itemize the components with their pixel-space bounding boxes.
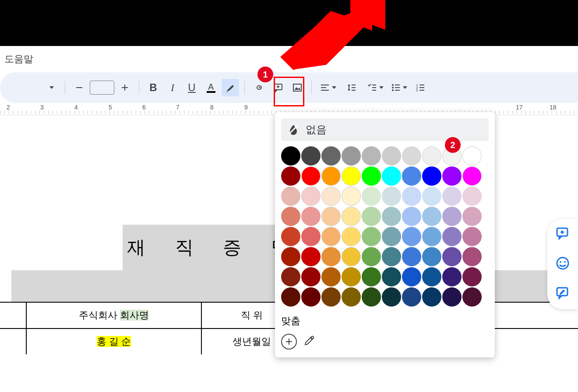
color-swatch[interactable] — [382, 207, 401, 226]
color-swatch[interactable] — [362, 207, 381, 226]
menu-help[interactable]: 도움말 — [4, 53, 33, 66]
color-swatch[interactable] — [281, 227, 300, 246]
add-comment-button[interactable] — [269, 79, 287, 96]
color-swatch[interactable] — [321, 247, 341, 266]
color-swatch[interactable] — [422, 146, 441, 166]
color-swatch[interactable] — [281, 207, 300, 226]
italic-button[interactable]: I — [164, 79, 181, 96]
color-swatch[interactable] — [301, 267, 321, 286]
color-swatch[interactable] — [362, 267, 381, 286]
color-swatch[interactable] — [281, 187, 300, 206]
color-swatch[interactable] — [342, 146, 361, 166]
color-swatch[interactable] — [462, 146, 482, 166]
color-swatch[interactable] — [462, 187, 482, 206]
color-swatch[interactable] — [462, 227, 482, 246]
color-swatch[interactable] — [442, 166, 462, 186]
color-swatch[interactable] — [382, 267, 401, 286]
color-swatch[interactable] — [402, 187, 421, 206]
color-swatch[interactable] — [321, 227, 341, 246]
color-swatch[interactable] — [442, 287, 462, 307]
color-swatch[interactable] — [362, 287, 381, 307]
bold-button[interactable]: B — [144, 79, 162, 96]
color-swatch[interactable] — [301, 287, 321, 307]
highlight-none-option[interactable]: 없음 — [281, 118, 489, 141]
color-swatch[interactable] — [402, 146, 421, 166]
color-swatch[interactable] — [342, 287, 361, 307]
color-swatch[interactable] — [321, 166, 341, 186]
color-swatch[interactable] — [442, 267, 462, 286]
color-swatch[interactable] — [442, 247, 462, 266]
color-swatch[interactable] — [422, 207, 441, 226]
color-swatch[interactable] — [301, 166, 321, 186]
color-swatch[interactable] — [362, 187, 381, 206]
font-size-increase-button[interactable] — [116, 79, 134, 96]
font-size-input[interactable] — [90, 81, 114, 95]
color-swatch[interactable] — [362, 227, 381, 246]
color-swatch[interactable] — [382, 187, 401, 206]
color-swatch[interactable] — [301, 187, 321, 206]
checklist-button[interactable] — [364, 79, 386, 96]
color-swatch[interactable] — [321, 146, 341, 166]
side-add-comment-button[interactable] — [555, 226, 570, 243]
color-swatch[interactable] — [402, 207, 421, 226]
side-suggest-edits-button[interactable] — [555, 286, 570, 302]
color-swatch[interactable] — [321, 267, 341, 286]
text-color-button[interactable]: A — [202, 79, 220, 96]
color-swatch[interactable] — [321, 207, 341, 226]
color-swatch[interactable] — [422, 287, 441, 307]
color-swatch[interactable] — [382, 166, 401, 186]
color-swatch[interactable] — [301, 146, 321, 166]
color-swatch[interactable] — [362, 247, 381, 266]
color-swatch[interactable] — [462, 207, 482, 226]
color-swatch[interactable] — [281, 166, 300, 186]
color-swatch[interactable] — [442, 207, 462, 226]
zoom-dropdown[interactable] — [42, 79, 60, 96]
color-swatch[interactable] — [342, 227, 361, 246]
color-swatch[interactable] — [402, 166, 421, 186]
color-swatch[interactable] — [321, 287, 341, 307]
color-swatch[interactable] — [281, 267, 300, 286]
line-spacing-button[interactable] — [341, 79, 363, 96]
color-swatch[interactable] — [422, 166, 441, 186]
font-size-decrease-button[interactable] — [70, 79, 88, 96]
color-swatch[interactable] — [382, 227, 401, 246]
color-swatch[interactable] — [462, 267, 482, 286]
color-swatch[interactable] — [402, 267, 421, 286]
side-emoji-button[interactable] — [555, 256, 570, 272]
color-swatch[interactable] — [442, 187, 462, 206]
color-swatch[interactable] — [382, 287, 401, 307]
underline-button[interactable]: U — [183, 79, 201, 96]
color-swatch[interactable] — [422, 247, 441, 266]
insert-image-button[interactable] — [289, 79, 306, 96]
color-swatch[interactable] — [301, 227, 321, 246]
color-swatch[interactable] — [321, 187, 341, 206]
color-swatch[interactable] — [422, 267, 441, 286]
add-custom-color-button[interactable] — [281, 334, 297, 350]
color-swatch[interactable] — [442, 227, 462, 246]
color-swatch[interactable] — [462, 247, 482, 266]
color-swatch[interactable] — [462, 287, 482, 307]
color-swatch[interactable] — [301, 247, 321, 266]
color-swatch[interactable] — [462, 166, 482, 186]
color-swatch[interactable] — [422, 187, 441, 206]
color-swatch[interactable] — [402, 247, 421, 266]
numbered-list-button[interactable]: 123 — [412, 79, 429, 96]
color-swatch[interactable] — [342, 207, 361, 226]
highlight-color-button[interactable] — [222, 79, 239, 96]
color-swatch[interactable] — [382, 146, 401, 166]
color-swatch[interactable] — [402, 287, 421, 307]
color-swatch[interactable] — [342, 247, 361, 266]
color-swatch[interactable] — [281, 146, 300, 166]
color-swatch[interactable] — [362, 146, 381, 166]
color-swatch[interactable] — [342, 267, 361, 286]
eyedropper-button[interactable] — [303, 335, 315, 349]
color-swatch[interactable] — [422, 227, 441, 246]
color-swatch[interactable] — [342, 166, 361, 186]
align-button[interactable] — [317, 79, 339, 96]
color-swatch[interactable] — [281, 247, 300, 266]
color-swatch[interactable] — [342, 187, 361, 206]
color-swatch[interactable] — [281, 287, 300, 307]
color-swatch[interactable] — [382, 247, 401, 266]
color-swatch[interactable] — [362, 166, 381, 186]
color-swatch[interactable] — [301, 207, 321, 226]
